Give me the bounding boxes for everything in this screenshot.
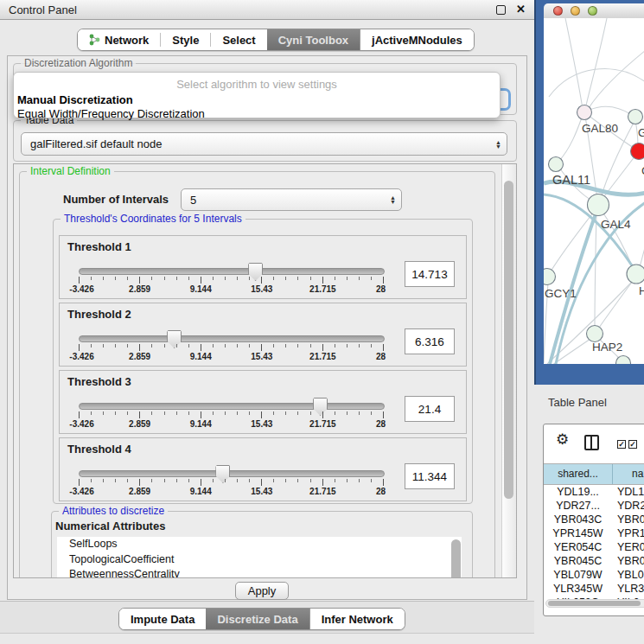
- network-graph: GAL80 GA C GAL11 GAL4 GCY1 H HAP2: [544, 18, 644, 364]
- node-ga[interactable]: [628, 110, 643, 124]
- tab-select[interactable]: Select: [211, 29, 266, 50]
- list-scrollbar-thumb[interactable]: [451, 539, 461, 578]
- table-row[interactable]: YBR043CYBR0: [544, 513, 644, 526]
- tab-style[interactable]: Style: [161, 29, 210, 50]
- node-red-selected[interactable]: [631, 143, 644, 160]
- table-row[interactable]: YBR045CYBR0: [544, 554, 644, 568]
- settings-scrollbar-thumb[interactable]: [504, 181, 513, 499]
- zoom-traffic-light-icon[interactable]: [588, 6, 597, 16]
- screen: Control Panel ✕ Network Style Select Cyn…: [0, 0, 644, 644]
- network-window-titlebar: [544, 3, 644, 19]
- threshold-3-box: Threshold 3 -3.4262.8599.14415.4321.7152…: [59, 370, 467, 434]
- node-gal11[interactable]: [549, 157, 564, 172]
- tab-discretize-data[interactable]: Discretize Data: [206, 609, 309, 629]
- cyni-toolbox-content: Discretization Algorithm Select algorith…: [7, 55, 527, 600]
- slider-scale-labels: -3.4262.8599.14415.4321.71528: [79, 419, 384, 430]
- list-item[interactable]: BetweennessCentrality: [57, 567, 462, 578]
- panel-title: Control Panel: [9, 3, 77, 16]
- tab-infer-network[interactable]: Infer Network: [309, 609, 405, 629]
- dropdown-option-equal-width[interactable]: Equal Width/Frequency Discretization: [17, 107, 500, 120]
- number-of-intervals-combobox[interactable]: 5 ▲▼: [181, 188, 402, 211]
- slider-ticks: [79, 411, 384, 418]
- column-header-shared[interactable]: shared...: [544, 464, 613, 484]
- table-header-row: shared... na: [544, 463, 644, 485]
- tab-jactivemnodules-label: jActiveMNodules: [372, 34, 462, 47]
- list-item[interactable]: TopologicalCoefficient: [57, 552, 462, 568]
- tab-impute-data[interactable]: Impute Data: [119, 609, 206, 629]
- checkbox-icon[interactable]: ✓: [617, 440, 626, 449]
- thresholds-group-label: Threshold's Coordinates for 5 Intervals: [61, 213, 245, 225]
- node-gcy1[interactable]: [544, 269, 556, 285]
- table-horizontal-scrollbar[interactable]: [545, 599, 644, 608]
- table-row[interactable]: YDR27...YDR2: [544, 499, 644, 513]
- tab-cyni-toolbox-label: Cyni Toolbox: [278, 34, 348, 47]
- checkbox-icon[interactable]: ✓: [628, 440, 637, 449]
- node-label: GAL4: [601, 218, 631, 231]
- table-horizontal-scrollbar-thumb[interactable]: [548, 601, 641, 606]
- tab-jactivemnodules[interactable]: jActiveMNodules: [360, 29, 474, 50]
- table-row[interactable]: YBL079WYBL0: [544, 568, 644, 582]
- node-label: H: [639, 284, 644, 297]
- tab-cyni-toolbox[interactable]: Cyni Toolbox: [267, 29, 360, 50]
- node-hap2[interactable]: [587, 326, 603, 342]
- node-label: GCY1: [545, 287, 577, 300]
- slider-scale-labels: -3.4262.8599.14415.4321.71528: [79, 284, 384, 295]
- tab-infer-network-label: Infer Network: [322, 613, 393, 626]
- combo-spinner-icon: ▲▼: [390, 195, 396, 204]
- table-row[interactable]: YDL19...YDL1: [544, 485, 644, 499]
- columns-icon[interactable]: [584, 435, 599, 450]
- dropdown-placeholder-option[interactable]: Select algorithm to view settings: [14, 78, 500, 91]
- apply-button[interactable]: Apply: [235, 582, 289, 600]
- table-row[interactable]: YLR345WYLR3: [544, 582, 644, 596]
- close-icon[interactable]: ✕: [516, 3, 526, 16]
- interval-definition-label: Interval Definition: [27, 165, 114, 177]
- table-row[interactable]: YPR145WYPR1: [544, 526, 644, 540]
- settings-scroll-area: Interval Definition Number of Intervals …: [13, 163, 517, 578]
- threshold-2-slider[interactable]: [79, 335, 385, 342]
- node-label: GAL80: [582, 122, 618, 135]
- network-canvas[interactable]: GAL80 GA C GAL11 GAL4 GCY1 H HAP2: [544, 18, 644, 364]
- float-window-icon[interactable]: [496, 5, 506, 15]
- tab-network[interactable]: Network: [78, 29, 160, 50]
- threshold-3-slider[interactable]: [79, 403, 385, 410]
- bottom-tab-strip: Impute Data Discretize Data Infer Networ…: [0, 601, 534, 634]
- close-traffic-light-icon[interactable]: [553, 6, 563, 16]
- threshold-4-label: Threshold 4: [67, 443, 131, 456]
- gear-icon[interactable]: ⚙: [556, 432, 569, 447]
- list-item[interactable]: SelfLoops: [57, 537, 462, 552]
- slider-ticks: [79, 277, 384, 284]
- top-tab-group: Network Style Select Cyni Toolbox jActiv…: [77, 29, 475, 51]
- threshold-4-slider[interactable]: [79, 470, 385, 477]
- threshold-2-value-field[interactable]: [405, 328, 455, 354]
- minimize-traffic-light-icon[interactable]: [571, 6, 580, 16]
- dropdown-option-manual[interactable]: Manual Discretization: [17, 93, 500, 106]
- threshold-1-value-field[interactable]: [405, 261, 455, 287]
- threshold-1-label: Threshold 1: [67, 240, 131, 253]
- threshold-2-label: Threshold 2: [67, 308, 131, 321]
- threshold-1-slider[interactable]: [79, 268, 385, 275]
- control-panel-titlebar: Control Panel ✕: [0, 0, 534, 20]
- node-gal4[interactable]: [588, 194, 609, 216]
- slider-ticks: [79, 344, 384, 351]
- numerical-attributes-list[interactable]: SelfLoops TopologicalCoefficient Between…: [57, 537, 462, 578]
- node-h[interactable]: [627, 265, 644, 284]
- threshold-3-label: Threshold 3: [67, 375, 131, 388]
- node-label: GAL11: [552, 173, 590, 187]
- tab-style-label: Style: [172, 34, 199, 47]
- slider-scale-labels: -3.4262.8599.14415.4321.71528: [79, 487, 384, 497]
- tab-select-label: Select: [222, 34, 255, 47]
- tab-discretize-data-label: Discretize Data: [217, 613, 297, 626]
- column-header-name[interactable]: na: [613, 464, 644, 484]
- number-of-intervals-label: Number of Intervals: [63, 193, 169, 206]
- threshold-3-value-field[interactable]: [405, 396, 455, 422]
- table-data-selected: galFiltered.sif default node: [30, 137, 162, 150]
- node-gal80[interactable]: [577, 105, 592, 120]
- thresholds-group: Threshold's Coordinates for 5 Intervals …: [53, 219, 473, 504]
- settings-scrollbar[interactable]: [501, 164, 516, 577]
- table-data-combobox[interactable]: galFiltered.sif default node ▲▼: [21, 132, 507, 156]
- table-row[interactable]: YER054CYER0: [544, 540, 644, 554]
- threshold-4-value-field[interactable]: [405, 463, 455, 489]
- combo-spinner-icon: ▲▼: [495, 140, 501, 149]
- top-tab-strip: Network Style Select Cyni Toolbox jActiv…: [0, 20, 534, 55]
- interval-definition-group: Interval Definition Number of Intervals …: [19, 171, 495, 578]
